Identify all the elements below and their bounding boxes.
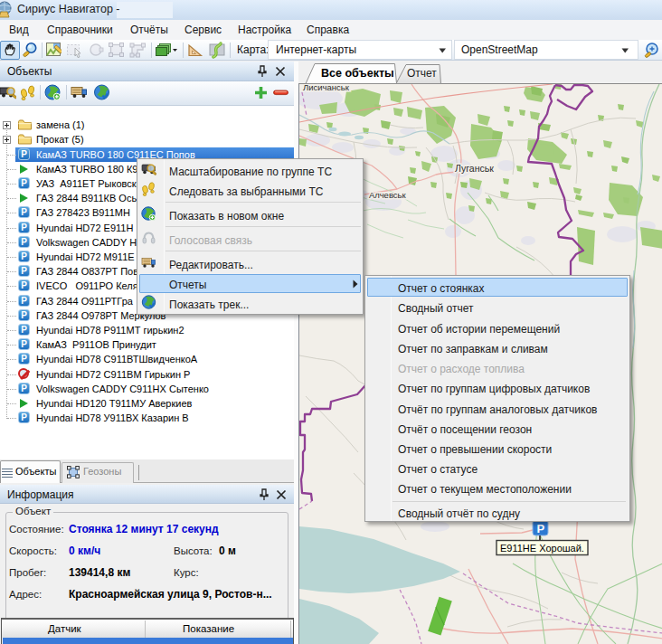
- svg-text:Е911НЕ Хорошай.: Е911НЕ Хорошай.: [500, 543, 584, 554]
- svg-text:Отчет: Отчет: [407, 67, 437, 80]
- svg-text:P: P: [537, 522, 545, 535]
- svg-text:Луганськ: Луганськ: [455, 163, 494, 174]
- svg-text:Лисичанськ: Лисичанськ: [303, 84, 350, 92]
- svg-text:Все объекты: Все объекты: [321, 67, 394, 80]
- svg-text:Алчевськ: Алчевськ: [369, 190, 407, 200]
